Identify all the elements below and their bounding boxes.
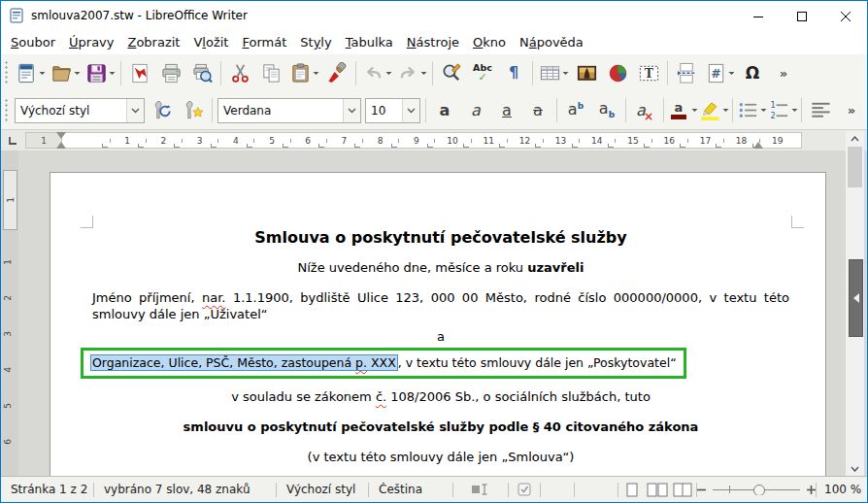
close-button[interactable] xyxy=(823,1,867,30)
zoom-slider-thumb[interactable] xyxy=(753,485,765,495)
menu-vlozit[interactable]: Vložit xyxy=(186,33,235,51)
dropdown-arrow-icon[interactable] xyxy=(728,71,735,76)
print-preview-button[interactable] xyxy=(186,58,217,87)
horizontal-ruler[interactable]: 112345678910111213141516171819 xyxy=(1,130,867,151)
dropdown-arrow-icon[interactable] xyxy=(760,108,767,113)
menu-okno[interactable]: Okno xyxy=(466,33,513,51)
copy-button[interactable] xyxy=(255,58,286,87)
paragraph[interactable]: Jméno příjmení, nar. 1.1.1900, bydliště … xyxy=(92,289,789,322)
dropdown-arrow-icon[interactable] xyxy=(39,71,46,76)
export-pdf-button[interactable] xyxy=(124,58,155,87)
paragraph-style-combo[interactable]: Výchozí styl xyxy=(15,98,145,123)
dropdown-arrow-icon[interactable] xyxy=(562,71,569,76)
paragraph[interactable]: smlouvu o poskytnutí pečovatelské služby… xyxy=(92,419,789,435)
font-name-combo[interactable]: Verdana xyxy=(217,98,361,123)
menu-format[interactable]: Formát xyxy=(235,33,293,51)
sidebar-toggle-handle[interactable] xyxy=(849,259,863,337)
formatting-marks-button[interactable]: ¶ xyxy=(498,58,529,87)
insert-image-button[interactable] xyxy=(571,58,602,87)
insert-page-break-button[interactable] xyxy=(671,58,702,87)
dropdown-arrow-icon[interactable] xyxy=(313,71,319,76)
menu-styly[interactable]: Styly xyxy=(293,33,338,51)
vertical-ruler[interactable]: 1123456 xyxy=(1,151,18,476)
toolbar-overflow-button[interactable]: » xyxy=(768,58,799,87)
highlight-color-button[interactable] xyxy=(698,96,729,125)
italic-button[interactable]: a xyxy=(460,96,491,125)
status-page-info[interactable]: Stránka 1 z 2 xyxy=(1,483,93,496)
paragraph[interactable]: Smlouva o poskytnutí pečovatelské služby xyxy=(92,228,789,247)
font-size-combo[interactable]: 10 xyxy=(365,98,420,123)
open-button[interactable] xyxy=(48,58,83,87)
minimize-button[interactable] xyxy=(736,1,780,30)
maximize-button[interactable] xyxy=(780,1,823,30)
dropdown-arrow-icon[interactable] xyxy=(109,71,116,76)
book-view-button[interactable] xyxy=(670,480,695,499)
underline-button[interactable]: a xyxy=(491,96,522,125)
insert-textbox-button[interactable]: T xyxy=(633,58,664,87)
spelling-button[interactable]: Abc✓ xyxy=(467,58,498,87)
single-page-view-button[interactable] xyxy=(619,480,645,499)
insert-table-button[interactable] xyxy=(536,58,571,87)
update-style-button[interactable] xyxy=(147,96,178,125)
chevron-down-icon[interactable] xyxy=(126,99,144,122)
new-style-button[interactable] xyxy=(178,96,209,125)
dropdown-arrow-icon[interactable] xyxy=(691,108,698,113)
menu-napoveda[interactable]: Nápověda xyxy=(513,33,590,51)
redo-button[interactable] xyxy=(394,58,429,87)
dropdown-arrow-icon[interactable] xyxy=(74,71,81,76)
paragraph[interactable]: a xyxy=(92,328,789,345)
menu-upravy[interactable]: Úpravy xyxy=(62,33,120,51)
dropdown-arrow-icon[interactable] xyxy=(385,71,392,76)
document-modified-icon[interactable] xyxy=(509,483,540,496)
dropdown-arrow-icon[interactable] xyxy=(722,108,729,113)
dropdown-arrow-icon[interactable] xyxy=(420,71,427,76)
selection-mode-icon[interactable] xyxy=(453,484,508,495)
menu-soubor[interactable]: Soubor xyxy=(4,33,62,51)
strikethrough-button[interactable]: a xyxy=(522,96,553,125)
bullet-list-button[interactable] xyxy=(736,96,767,125)
new-button[interactable] xyxy=(13,58,48,87)
clone-formatting-button[interactable] xyxy=(321,58,352,87)
multi-page-view-button[interactable] xyxy=(645,480,670,499)
toolbar-grip[interactable] xyxy=(4,98,9,123)
undo-button[interactable] xyxy=(359,58,394,87)
menu-tabulka[interactable]: Tabulka xyxy=(339,33,400,51)
dropdown-arrow-icon[interactable] xyxy=(791,108,798,113)
scrollbar-thumb[interactable] xyxy=(848,147,862,187)
subscript-button[interactable]: ab xyxy=(591,96,622,125)
paragraph[interactable]: Níže uvedeného dne, měsíce a roku uzavře… xyxy=(92,259,789,276)
right-indent-marker[interactable] xyxy=(753,142,763,149)
status-word-count[interactable]: vybráno 7 slov, 48 znaků xyxy=(94,483,276,496)
paste-button[interactable] xyxy=(286,58,321,87)
paragraph[interactable]: Organizace, Ulice, PSČ, Město, zastoupen… xyxy=(92,348,789,379)
title-bar[interactable]: smlouva2007.stw - LibreOffice Writer xyxy=(1,1,867,30)
zoom-level[interactable]: 100 % xyxy=(817,483,867,496)
toolbar-overflow-button[interactable]: » xyxy=(836,96,867,125)
paragraph[interactable]: (v textu této smlouvy dále jen „Smlouva“… xyxy=(92,449,789,465)
chevron-down-icon[interactable] xyxy=(343,99,360,122)
toolbar-grip[interactable] xyxy=(4,60,9,85)
chevron-down-icon[interactable] xyxy=(402,99,419,122)
menu-nastroje[interactable]: Nástroje xyxy=(400,33,466,51)
document-page[interactable]: Smlouva o poskytnutí pečovatelské služby… xyxy=(50,172,826,476)
clear-formatting-button[interactable]: a× xyxy=(629,96,660,125)
bold-button[interactable]: a xyxy=(429,96,460,125)
save-button[interactable] xyxy=(83,58,117,87)
cut-button[interactable] xyxy=(224,58,255,87)
align-left-button[interactable] xyxy=(805,96,836,125)
status-page-style[interactable]: Výchozí styl xyxy=(277,483,368,496)
special-character-button[interactable]: Ω xyxy=(737,58,768,87)
status-language[interactable]: Čeština xyxy=(369,483,452,496)
left-indent-marker[interactable] xyxy=(56,132,66,139)
font-color-button[interactable]: a xyxy=(667,96,698,125)
print-button[interactable] xyxy=(155,58,186,87)
paragraph[interactable]: v souladu se zákonem č. 108/2006 Sb., o … xyxy=(92,388,789,405)
zoom-slider[interactable] xyxy=(713,484,800,495)
menu-zobrazit[interactable]: Zobrazit xyxy=(120,33,186,51)
numbered-list-button[interactable]: 12 xyxy=(767,96,798,125)
scroll-down-icon[interactable] xyxy=(846,461,864,476)
insert-field-button[interactable]: # xyxy=(702,58,737,87)
insert-chart-button[interactable] xyxy=(602,58,633,87)
zoom-out-button[interactable] xyxy=(697,486,706,494)
scroll-up-icon[interactable] xyxy=(846,131,864,146)
